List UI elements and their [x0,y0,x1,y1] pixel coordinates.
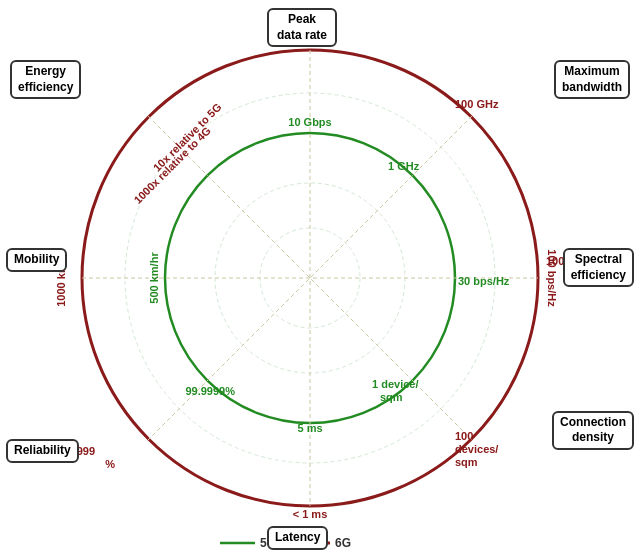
energy-efficiency-label: Energyefficiency [10,60,81,99]
mobility-label: Mobility [6,248,67,272]
outer-right-rotated: 100 bps/Hz [546,249,558,307]
inner-bottom-right-value: 1 device/ [372,378,418,390]
inner-bottom-right-value2: sqm [380,391,403,403]
outer-bottom-right-value: 100 [455,430,473,442]
outer-bottom-left-value2: % [105,458,115,470]
outer-top-left-5g: 10x relative to 5G [151,101,224,174]
maximum-bandwidth-label: Maximumbandwidth [554,60,630,99]
outer-bottom-right-value2: devices/ [455,443,498,455]
inner-bottom-left-value: 99.9999% [185,385,235,397]
inner-bottom-value: 5 ms [297,422,322,434]
outer-bottom-right-value3: sqm [455,456,478,468]
radar-chart: .outer-text { font-size: 11px; font-weig… [0,0,640,558]
peak-data-rate-label: Peakdata rate [267,8,337,47]
reliability-label: Reliability [6,439,79,463]
inner-top-right-value: 1 GHz [388,160,420,172]
chart-container: .outer-text { font-size: 11px; font-weig… [0,0,640,558]
latency-label: Latency [267,526,328,550]
outer-top-left-4g: 1000x relative to 4G [131,124,213,206]
inner-top-value: 10 Gbps [288,116,331,128]
spectral-efficiency-label: Spectralefficiency [563,248,634,287]
outer-top-right-value: 100 GHz [455,98,499,110]
connection-density-label: Connectiondensity [552,411,634,450]
legend-6g-label: 6G [335,536,351,550]
inner-right-value: 30 bps/Hz [458,275,510,287]
inner-left-value: 500 km/hr [148,252,160,304]
outer-bottom-value: < 1 ms [293,508,328,520]
